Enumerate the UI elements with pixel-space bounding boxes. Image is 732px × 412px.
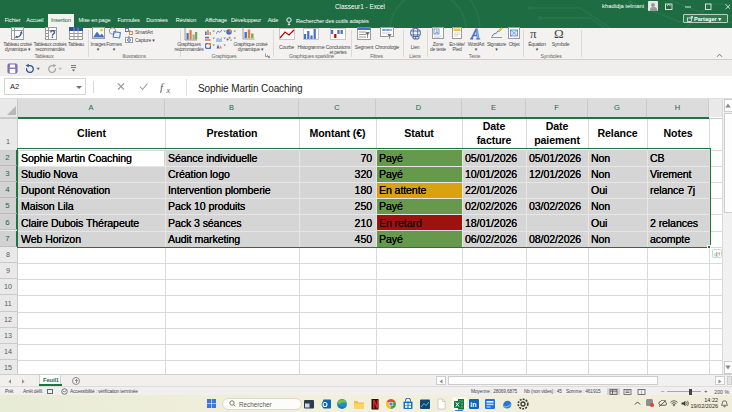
svg-text:?: ? [50,29,56,40]
svg-text:f: f [160,81,165,93]
svg-text:in: in [470,401,476,408]
svg-text:x: x [166,86,171,94]
svg-text:A: A [470,27,480,40]
